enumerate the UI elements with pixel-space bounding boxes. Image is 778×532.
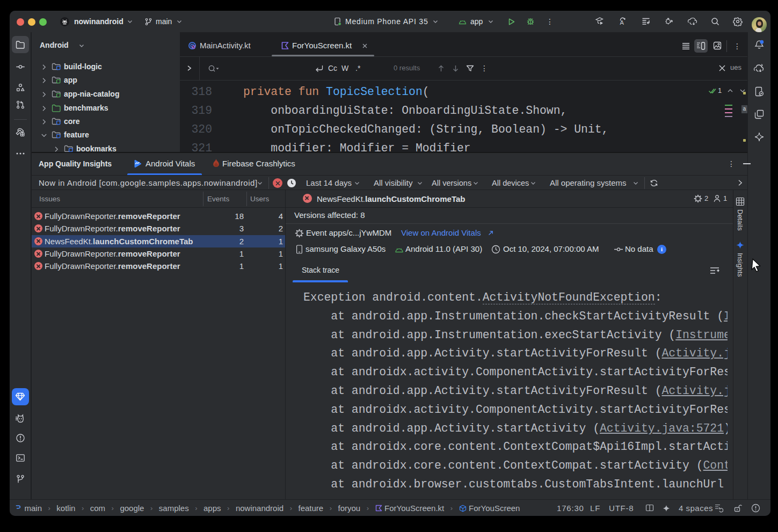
svg-text:A: A [620, 19, 624, 26]
